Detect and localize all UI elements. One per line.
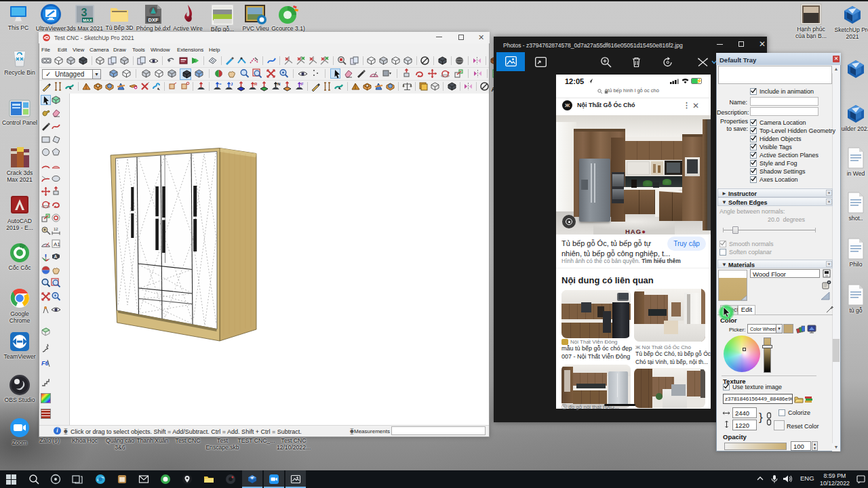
svg-text:12: 12 [54,227,58,231]
svg-text:MAX: MAX [83,18,92,22]
svg-text:R: R [254,82,258,86]
svg-text:N: N [277,82,280,86]
svg-text:J: J [231,82,233,86]
svg-text:A: A [54,253,58,258]
svg-text:A1: A1 [54,241,60,247]
svg-text:3: 3 [81,7,87,18]
svg-text:=: = [219,82,222,86]
svg-text:DXF: DXF [149,17,159,23]
svg-text:F: F [301,82,304,86]
